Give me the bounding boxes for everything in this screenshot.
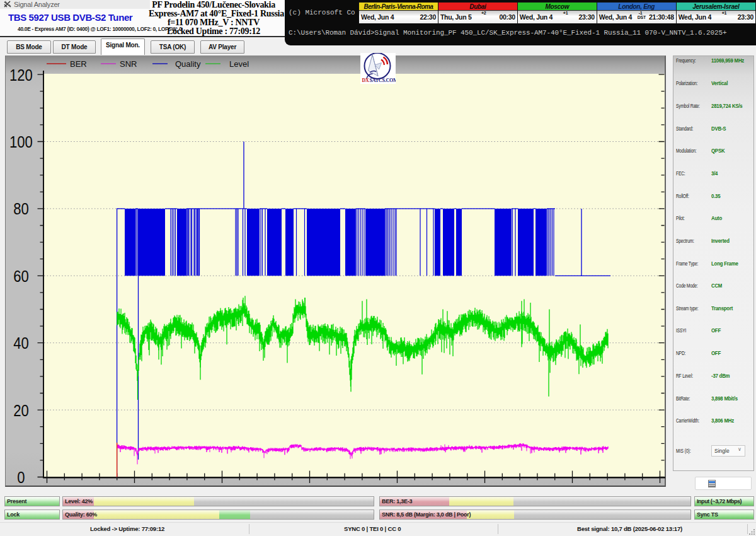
svg-text:BER: BER <box>70 59 87 69</box>
svg-text:60: 60 <box>13 267 29 285</box>
svg-text:SNR: SNR <box>120 59 137 69</box>
svg-text:40: 40 <box>13 334 29 352</box>
svg-text:Quality: Quality <box>175 59 201 69</box>
svg-text:20: 20 <box>13 401 29 419</box>
svg-text:DX: DX <box>362 78 370 83</box>
svg-text:120: 120 <box>9 66 33 84</box>
svg-text:Level: Level <box>229 59 249 69</box>
svg-text:SATCS.COM: SATCS.COM <box>370 78 396 83</box>
svg-text:80: 80 <box>13 200 29 218</box>
svg-text:0: 0 <box>17 468 25 486</box>
svg-text:100: 100 <box>9 132 33 151</box>
